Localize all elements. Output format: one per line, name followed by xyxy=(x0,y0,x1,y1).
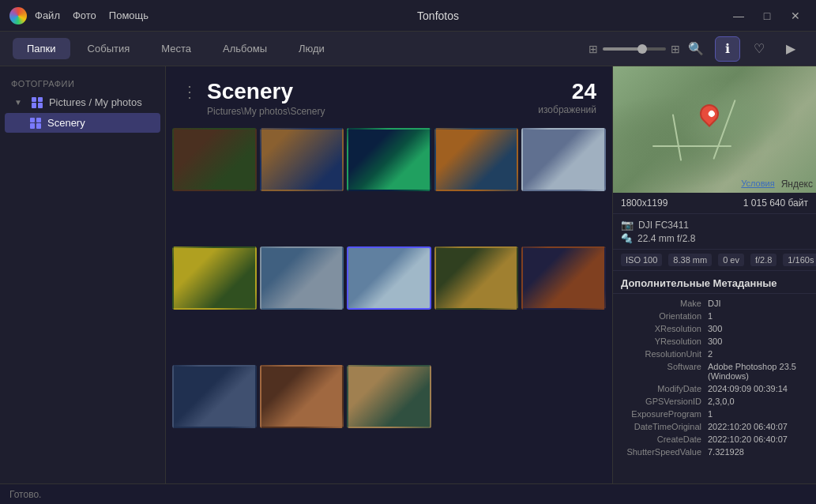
map-background xyxy=(613,66,816,193)
photo-thumb[interactable] xyxy=(172,365,257,428)
meta-table-row: MakeDJI xyxy=(613,297,816,310)
meta-table-row: ExposureProgram1 xyxy=(613,408,816,420)
photo-thumb[interactable] xyxy=(347,365,431,428)
folder-count-area: 24 изображений xyxy=(538,79,596,115)
exif-row: ISO 100 8.38 mm 0 ev f/2.8 1/160s xyxy=(613,250,816,271)
meta-key: CreateDate xyxy=(621,434,708,444)
photo-thumb[interactable] xyxy=(434,128,519,191)
meta-value: 2024:09:09 00:39:14 xyxy=(708,384,808,393)
tab-albums[interactable]: Альбомы xyxy=(209,38,281,59)
tab-people[interactable]: Люди xyxy=(284,38,339,59)
tab-places[interactable]: Места xyxy=(147,38,205,59)
toolbar-actions: 🔍 ℹ ♡ ▶ xyxy=(683,36,803,62)
exif-aperture: f/2.8 xyxy=(750,254,777,266)
tab-folders[interactable]: Папки xyxy=(13,38,70,59)
maximize-button[interactable]: □ xyxy=(756,5,778,27)
meta-key: ResolutionUnit xyxy=(621,349,708,359)
meta-key: GPSVersionID xyxy=(621,397,708,406)
map-road xyxy=(652,145,731,147)
close-button[interactable]: ✕ xyxy=(784,5,807,27)
meta-resolution-row: 1800x1199 1 015 640 байт xyxy=(613,193,816,214)
lens-icon: 🔩 xyxy=(621,233,633,244)
slideshow-button[interactable]: ▶ xyxy=(778,36,803,62)
photo-thumb[interactable] xyxy=(521,128,606,191)
right-panel: Условия Яндекс 1800x1199 1 015 640 байт … xyxy=(612,66,816,483)
search-button[interactable]: 🔍 xyxy=(683,36,709,62)
folder-path: Pictures\My photos\Scenery xyxy=(207,106,528,117)
sidebar-item-scenery-label: Scenery xyxy=(47,117,85,129)
window-controls: — □ ✕ xyxy=(728,5,807,27)
exif-shutter: 1/160s xyxy=(783,254,816,266)
photo-thumb[interactable] xyxy=(172,246,257,310)
sidebar-section-label: Фотографии xyxy=(0,74,165,92)
folder-menu-button[interactable]: ⋮ xyxy=(182,82,197,101)
meta-value: 7.321928 xyxy=(708,447,808,457)
photo-thumb[interactable] xyxy=(347,128,431,191)
meta-table-row: SoftwareAdobe Photoshop 23.5 (Windows) xyxy=(613,360,816,382)
photo-thumb[interactable] xyxy=(260,128,344,191)
folder-grid-icon-scenery xyxy=(30,118,41,129)
menu-photo[interactable]: Фото xyxy=(73,9,96,21)
photo-thumb[interactable] xyxy=(260,246,344,310)
main-layout: Фотографии ▼ Pictures / My photos Scener… xyxy=(0,66,816,483)
photo-thumb[interactable] xyxy=(260,365,344,428)
info-button[interactable]: ℹ xyxy=(715,36,740,62)
zoom-thumb xyxy=(637,44,647,54)
lens-label: 22.4 mm f/2.8 xyxy=(637,233,695,244)
meta-key: Orientation xyxy=(621,311,708,321)
map-pin-head xyxy=(696,100,723,127)
folder-count: 24 xyxy=(538,79,596,104)
meta-table-row: ShutterSpeedValue7.321928 xyxy=(613,446,816,458)
sidebar-item-pictures[interactable]: ▼ Pictures / My photos xyxy=(5,92,160,112)
app-title: Tonfotos xyxy=(417,9,459,22)
expand-icon: ▼ xyxy=(14,98,22,107)
app-logo xyxy=(9,7,27,24)
meta-key: ExposureProgram xyxy=(621,409,708,419)
yandex-brand: Яндекс xyxy=(781,179,813,190)
map-area: Условия Яндекс xyxy=(613,66,816,193)
photo-thumb[interactable] xyxy=(172,128,257,191)
meta-resolution: 1800x1199 xyxy=(621,197,667,209)
meta-key: ShutterSpeedValue xyxy=(621,447,708,457)
meta-value: 2 xyxy=(708,349,808,359)
photo-thumb[interactable] xyxy=(521,246,606,310)
meta-key: XResolution xyxy=(621,324,708,333)
minimize-button[interactable]: — xyxy=(728,5,750,27)
meta-key: DateTimeOriginal xyxy=(621,422,708,431)
photo-thumb[interactable] xyxy=(434,246,519,310)
map-terms-link[interactable]: Условия xyxy=(741,179,774,190)
meta-key: Make xyxy=(621,299,708,308)
folder-title-area: Scenery Pictures\My photos\Scenery xyxy=(207,79,528,117)
map-watermark: Условия Яндекс xyxy=(741,179,813,190)
meta-table-row: ResolutionUnit2 xyxy=(613,348,816,360)
meta-key: ModifyDate xyxy=(621,384,708,393)
zoom-control: ⊞ ⊞ xyxy=(588,43,680,55)
meta-key: YResolution xyxy=(621,337,708,346)
meta-table-row: GPSVersionID2,3,0,0 xyxy=(613,395,816,408)
sidebar: Фотографии ▼ Pictures / My photos Scener… xyxy=(0,66,166,483)
meta-table-row: XResolution300 xyxy=(613,322,816,335)
meta-key: Software xyxy=(621,362,708,381)
sidebar-item-scenery[interactable]: Scenery xyxy=(5,113,160,133)
photo-thumb-selected[interactable] xyxy=(347,246,431,310)
exif-ev: 0 ev xyxy=(718,254,744,266)
meta-value: Adobe Photoshop 23.5 (Windows) xyxy=(708,362,808,381)
meta-filesize: 1 015 640 байт xyxy=(743,197,808,209)
folder-count-label: изображений xyxy=(538,104,596,115)
meta-table-row: YResolution300 xyxy=(613,335,816,348)
menu-help[interactable]: Помощь xyxy=(109,9,149,21)
menu-file[interactable]: Файл xyxy=(35,9,60,21)
photo-grid xyxy=(166,125,612,483)
meta-value: 300 xyxy=(708,337,808,346)
toolbar: Папки События Места Альбомы Люди ⊞ ⊞ 🔍 ℹ… xyxy=(0,32,816,66)
meta-table: MakeDJIOrientation1XResolution300YResolu… xyxy=(613,294,816,461)
tab-events[interactable]: События xyxy=(73,38,145,59)
map-pin xyxy=(700,104,719,128)
meta-value: 300 xyxy=(708,324,808,333)
meta-value: 2022:10:20 06:40:07 xyxy=(708,422,808,431)
camera-lens: 🔩 22.4 mm f/2.8 xyxy=(621,233,808,244)
meta-value: 2022:10:20 06:40:07 xyxy=(708,434,808,444)
zoom-slider[interactable] xyxy=(603,47,666,51)
folder-header: ⋮ Scenery Pictures\My photos\Scenery 24 … xyxy=(166,66,612,125)
favorites-button[interactable]: ♡ xyxy=(746,36,772,62)
